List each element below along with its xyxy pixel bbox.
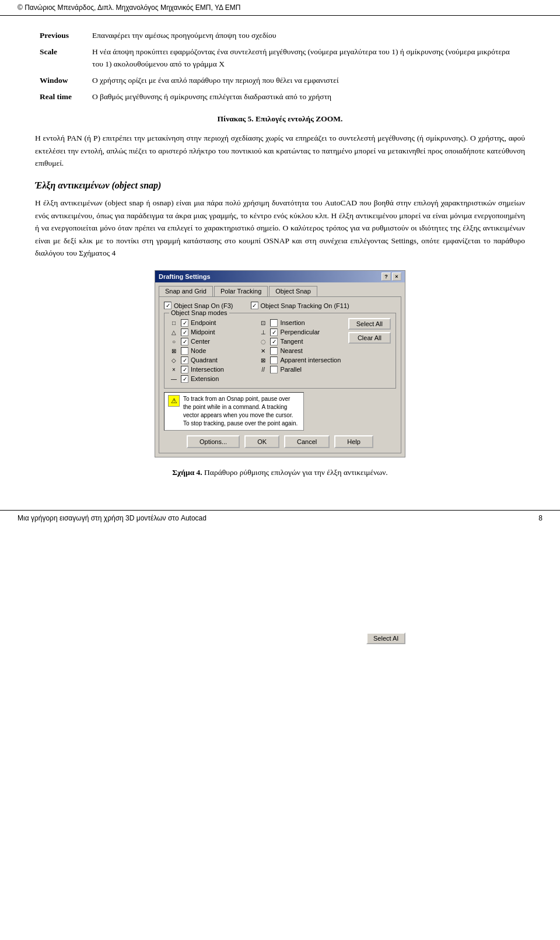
dialog-tabs: Snap and Grid Polar Tracking Object Snap [159,286,401,296]
term-cell: Real time [35,89,88,105]
snap-mode-label: Nearest [280,347,303,354]
select-all-button[interactable]: Select All [348,318,391,330]
snap-mode-checkbox[interactable] [181,338,188,345]
snap-mode-label: Center [191,338,210,345]
snap-mode-icon: △ [169,327,178,337]
snap-mode-label: Apparent intersection [280,357,341,364]
snap-mode-checkbox[interactable] [181,357,188,364]
top-checkboxes-row: Object Snap On (F3) Object Snap Tracking… [164,302,396,309]
snap-mode-item: ⊥ Perpendicular [258,327,343,337]
term-cell: Scale [35,44,88,72]
snap-mode-icon: — [169,374,178,383]
snap-mode-icon: ◌ [258,337,268,346]
snap-modes-groupbox: Object Snap modes □ Endpoint △ Midpoint … [164,313,396,389]
object-snap-on-checkbox[interactable] [164,302,172,309]
snap-mode-checkbox[interactable] [270,329,278,336]
definition-cell: Επαναφέρει την αμέσως προηγούμενη άποψη … [88,27,525,44]
snap-mode-item: ⊠ Apparent intersection [258,355,343,365]
ok-button[interactable]: OK [244,435,279,448]
select-ai-container: Select AI [366,633,405,644]
snap-mode-icon: ⊠ [169,346,178,355]
snap-mode-icon: × [169,365,178,374]
zoom-options-table: Previous Επαναφέρει την αμέσως προηγούμε… [35,27,525,105]
snap-mode-item: ◇ Quadrant [169,355,254,365]
warning-icon: ⚠ [168,395,180,407]
page-footer: Μια γρήγορη εισαγωγή στη χρήση 3D μοντέλ… [0,510,560,526]
dialog-titlebar: Drafting Settings ? × [155,271,405,282]
snap-mode-label: Node [191,347,206,354]
object-snap-on-label: Object Snap On (F3) [164,302,233,309]
snap-mode-item: △ Midpoint [169,327,254,337]
definition-cell: Ο χρήστης ορίζει με ένα απλό παράθυρο τη… [88,72,525,89]
snap-mode-checkbox[interactable] [181,375,188,383]
snap-mode-item: — Extension [169,374,254,383]
pan-paragraph: Η εντολή PAN (ή P) επιτρέπει την μετακίν… [35,132,525,170]
snap-mode-checkbox[interactable] [270,338,278,345]
snap-mode-item: // Parallel [258,365,343,374]
osnap-tracking-checkbox[interactable] [251,302,258,309]
snap-mode-icon: ✕ [258,346,268,355]
snap-mode-label: Insertion [280,319,304,326]
osnap-tracking-label: Object Snap Tracking On (F11) [251,302,349,309]
tab-object-snap[interactable]: Object Snap [269,286,317,296]
snap-mode-icon: ⊥ [258,327,268,337]
snap-mode-label: Quadrant [191,357,218,364]
dialog-panel: Object Snap On (F3) Object Snap Tracking… [159,296,401,453]
snap-mode-icon: ⊠ [258,355,268,365]
snap-mode-item: ◌ Tangent [258,337,343,346]
snap-mode-checkbox[interactable] [181,319,188,327]
snap-mode-icon: ○ [169,337,178,346]
snap-mode-item: ⊡ Insertion [258,318,343,327]
help-button[interactable]: Help [334,435,373,448]
dialog-titlebar-buttons: ? × [382,272,401,281]
dialog-help-btn[interactable]: ? [382,272,391,281]
snap-mode-checkbox[interactable] [270,366,278,373]
table-row: Scale Η νέα άποψη προκύπτει εφαρμόζοντας… [35,44,525,72]
snap-mode-checkbox[interactable] [181,347,188,355]
drafting-settings-dialog: Drafting Settings ? × Snap and Grid Pola… [155,270,405,457]
snap-modes-title: Object Snap modes [169,309,229,316]
snap-mode-item: □ Endpoint [169,318,254,327]
tab-polar-tracking[interactable]: Polar Tracking [214,286,268,296]
dialog-close-btn[interactable]: × [392,272,401,281]
snap-mode-checkbox[interactable] [270,347,278,355]
term-cell: Window [35,72,88,89]
definition-cell: Ο βαθμός μεγέθυνσης ή σμίκρυνσης επιλέγε… [88,89,525,105]
snap-mode-checkbox[interactable] [181,366,188,373]
snap-mode-label: Extension [191,375,219,382]
table-row: Window Ο χρήστης ορίζει με ένα απλό παρά… [35,72,525,89]
osnap-tracking-text: Object Snap Tracking On (F11) [261,302,349,309]
select-ai-button[interactable]: Select AI [366,633,405,644]
snap-mode-icon: □ [169,318,178,327]
table-row: Previous Επαναφέρει την αμέσως προηγούμε… [35,27,525,44]
snap-mode-checkbox[interactable] [270,319,278,327]
snap-mode-checkbox[interactable] [270,357,278,364]
osnap-paragraph: Η έλξη αντικειμένων (object snap ή osnap… [35,197,525,260]
snap-mode-label: Endpoint [191,319,216,326]
definition-cell: Η νέα άποψη προκύπτει εφαρμόζοντας ένα σ… [88,44,525,72]
footer-right: 8 [538,514,542,522]
osnap-heading: Έλξη αντικειμένων (object snap) [35,180,525,191]
snap-mode-item: × Intersection [169,365,254,374]
object-snap-on-text: Object Snap On (F3) [174,302,233,309]
snap-modes-container: □ Endpoint △ Midpoint ○ Center ⊠ Node ◇ … [169,318,391,383]
snap-mode-icon: ⊡ [258,318,268,327]
snap-mode-item: ⊠ Node [169,346,254,355]
snap-mode-item: ✕ Nearest [258,346,343,355]
tab-snap-grid[interactable]: Snap and Grid [159,286,213,296]
dialog-action-buttons: Options... OK Cancel Help [164,435,396,448]
dialog-info-box: ⚠ To track from an Osnap point, pause ov… [164,392,304,431]
figure-caption: Σχήμα 4. Παράθυρο ρύθμισης επιλογών για … [35,468,525,477]
snap-mode-label: Perpendicular [280,329,320,336]
options-button[interactable]: Options... [187,435,240,448]
dialog-title: Drafting Settings [159,273,211,280]
snap-modes-left: □ Endpoint △ Midpoint ○ Center ⊠ Node ◇ … [169,318,254,383]
header-text: © Πανώριος Μπενάρδος, Διπλ. Μηχανολόγος … [18,4,240,12]
term-cell: Previous [35,27,88,44]
snap-mode-label: Parallel [280,366,302,373]
cancel-button[interactable]: Cancel [284,435,330,448]
clear-all-button[interactable]: Clear All [348,332,391,344]
figure-caption-bold: Σχήμα 4. [172,468,202,477]
snap-mode-label: Intersection [191,366,224,373]
snap-mode-checkbox[interactable] [181,329,188,336]
